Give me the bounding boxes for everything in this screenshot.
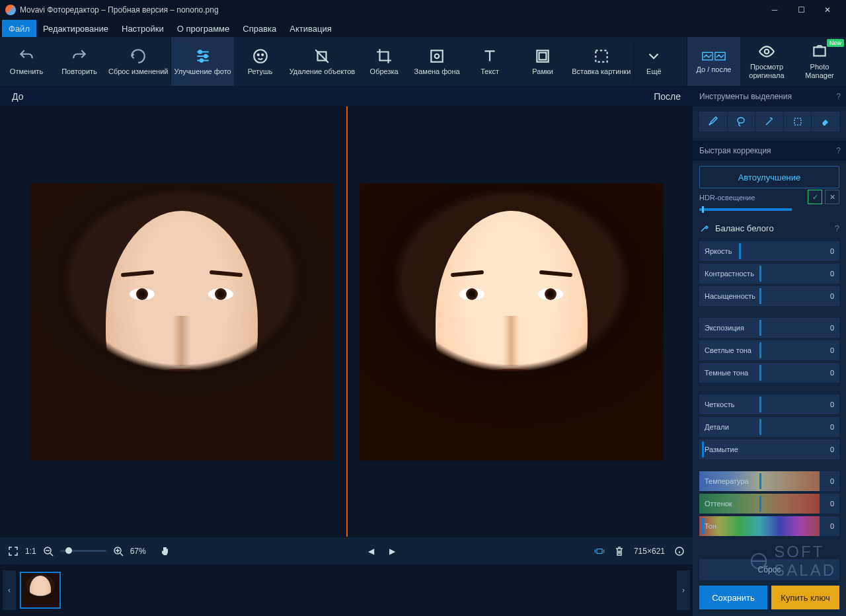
replace-bg-button[interactable]: Замена фона — [410, 37, 463, 86]
sliders-icon — [194, 48, 212, 65]
maximize-button[interactable]: ☐ — [788, 0, 814, 20]
eyedropper-icon — [699, 223, 710, 233]
svg-rect-15 — [814, 48, 825, 56]
titlebar-text: Movavi Фоторедактор – Пробная версия – n… — [20, 5, 761, 15]
hdr-apply[interactable]: ✓ — [808, 190, 822, 204]
undo-button[interactable]: Отменить — [0, 37, 53, 86]
frame-icon — [534, 48, 551, 65]
fit-icon[interactable] — [594, 546, 605, 557]
next-icon[interactable]: ▶ — [387, 546, 398, 557]
marquee-tool[interactable] — [784, 112, 812, 132]
svg-rect-7 — [431, 50, 442, 61]
zoom-out-icon[interactable] — [43, 546, 54, 557]
app-icon — [5, 5, 16, 15]
toolbar: Отменить Повторить Сброс изменений Улучш… — [0, 37, 846, 87]
pan-icon[interactable] — [159, 546, 170, 557]
retouch-button[interactable]: Ретушь — [234, 37, 287, 86]
auto-enhance-button[interactable]: Автоулучшение — [699, 166, 839, 188]
brush-tool[interactable] — [699, 112, 727, 132]
after-label: После — [654, 91, 681, 102]
zoom-in-icon[interactable] — [113, 546, 124, 557]
watermark: SOFTSALAD — [749, 543, 836, 580]
enhance-button[interactable]: Улучшение фото — [171, 37, 233, 86]
menu-settings[interactable]: Настройки — [115, 20, 171, 37]
redo-button[interactable]: Повторить — [53, 37, 106, 86]
svg-point-8 — [435, 54, 440, 58]
slider-Яркость[interactable]: Яркость0 — [699, 241, 839, 261]
svg-point-3 — [254, 50, 267, 63]
help-icon[interactable]: ? — [836, 92, 841, 101]
folder-icon — [811, 43, 828, 60]
insert-image-button[interactable]: Вставка картинки — [569, 37, 633, 86]
menu-help[interactable]: Справка — [236, 20, 283, 37]
slider-Размытие[interactable]: Размытие0 — [699, 440, 839, 459]
photo-manager-button[interactable]: New PhotoManager — [793, 37, 846, 86]
prev-icon[interactable]: ◀ — [366, 546, 377, 557]
slider-Светлые тона[interactable]: Светлые тона0 — [699, 340, 839, 360]
chevron-down-icon — [645, 48, 662, 65]
reset-changes-button[interactable]: Сброс изменений — [106, 37, 171, 86]
zoom-slider[interactable] — [60, 550, 106, 552]
titlebar: Movavi Фоторедактор – Пробная версия – n… — [0, 0, 846, 20]
svg-rect-10 — [539, 52, 547, 59]
slider-Детали[interactable]: Детали0 — [699, 417, 839, 437]
lasso-tool[interactable] — [728, 112, 755, 132]
menu-edit[interactable]: Редактирование — [36, 20, 115, 37]
help-icon[interactable]: ? — [835, 223, 839, 233]
hdr-cancel[interactable]: ✕ — [825, 190, 839, 204]
after-canvas[interactable] — [346, 176, 676, 467]
svg-rect-22 — [794, 118, 801, 125]
remove-objects-button[interactable]: Удаление объектов — [287, 37, 358, 86]
slider-Четкость[interactable]: Четкость0 — [699, 395, 839, 414]
eye-icon — [758, 43, 775, 60]
svg-rect-11 — [596, 50, 607, 61]
minimize-button[interactable]: ─ — [761, 0, 788, 20]
compare-icon — [701, 50, 726, 63]
film-prev[interactable]: ‹ — [3, 570, 16, 610]
frames-button[interactable]: Рамки — [516, 37, 569, 86]
crop-button[interactable]: Обрезка — [358, 37, 410, 86]
before-canvas[interactable] — [17, 176, 346, 467]
slider-Температура[interactable]: Температура0 — [699, 471, 839, 491]
help-icon[interactable]: ? — [836, 146, 841, 155]
slider-Экспозиция[interactable]: Экспозиция0 — [699, 318, 839, 338]
buy-key-button[interactable]: Купить ключ — [771, 586, 839, 609]
hdr-slider[interactable] — [699, 208, 792, 211]
redo-icon — [71, 48, 88, 65]
svg-point-4 — [257, 54, 258, 55]
quick-correction-header: Быстрая коррекция? — [693, 141, 846, 161]
white-balance-row[interactable]: Баланс белого ? — [693, 217, 846, 239]
view-original-button[interactable]: Просмотр оригинала — [740, 37, 793, 86]
menu-file[interactable]: Файл — [2, 20, 36, 37]
new-badge: New — [827, 39, 844, 47]
text-icon — [481, 48, 498, 65]
slider-Контрастность[interactable]: Контрастность0 — [699, 264, 839, 284]
split-divider[interactable] — [346, 106, 348, 537]
thumbnail[interactable] — [20, 572, 61, 609]
wand-tool[interactable] — [755, 112, 783, 132]
film-next[interactable]: › — [677, 570, 690, 610]
more-button[interactable]: Ещё — [634, 37, 673, 86]
side-panel: Инструменты выделения? Быстрая коррекция… — [693, 87, 846, 616]
slider-Тон[interactable]: Тон0 — [699, 516, 839, 536]
menubar: Файл Редактирование Настройки О программ… — [0, 20, 846, 37]
slider-Темные тона[interactable]: Темные тона0 — [699, 363, 839, 383]
save-button[interactable]: Сохранить — [699, 586, 767, 609]
delete-icon[interactable] — [614, 546, 625, 557]
fullscreen-icon[interactable] — [8, 546, 19, 557]
slider-Насыщенность[interactable]: Насыщенность0 — [699, 286, 839, 306]
film-strip: ‹ SOFTSALAD › — [0, 564, 693, 616]
eraser-tool[interactable] — [812, 112, 839, 132]
zoom-ratio[interactable]: 1:1 — [25, 547, 36, 556]
before-after-button[interactable]: До / после — [687, 37, 740, 86]
info-icon[interactable] — [674, 546, 685, 557]
menu-about[interactable]: О программе — [171, 20, 237, 37]
svg-point-5 — [262, 54, 263, 55]
text-button[interactable]: Текст — [463, 37, 516, 86]
canvas-area: До После 1:1 67% ◀ ▶ — [0, 87, 693, 616]
reset-icon — [130, 48, 147, 65]
slider-Оттенок[interactable]: Оттенок0 — [699, 494, 839, 514]
menu-activation[interactable]: Активация — [283, 20, 338, 37]
close-button[interactable]: ✕ — [814, 0, 841, 20]
hdr-label: HDR-освещение — [699, 194, 755, 202]
